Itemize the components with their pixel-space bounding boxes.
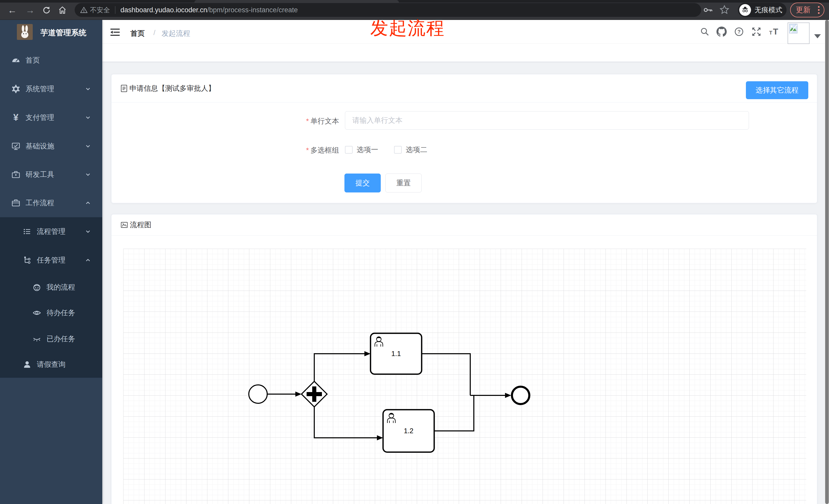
chevron-down-icon [85,115,91,121]
sidebar-item-label: 基础设施 [26,141,54,151]
chevron-down-icon [85,86,91,92]
sidebar-item-home[interactable]: 首页 [0,46,102,75]
chevron-down-icon [85,229,91,235]
field-label-single-text: 单行文本 [262,116,339,126]
sidebar-item-done-tasks[interactable]: 已办任务 [0,325,102,352]
incognito-icon [739,4,751,16]
task2-label: 1.2 [404,427,413,435]
svg-text:?: ? [737,29,741,35]
sidebar-item-label: 首页 [26,55,40,65]
browser-menu-icon[interactable] [818,6,820,14]
bpmn-end-event [512,387,529,404]
sidebar-item-task-management[interactable]: 任务管理 [0,246,102,274]
chevron-up-icon [85,200,91,206]
reset-button[interactable]: 重置 [385,173,422,192]
sidebar-item-process-management[interactable]: 流程管理 [0,217,102,246]
checkbox-icon [394,146,402,154]
sidebar-item-label: 流程管理 [37,227,66,236]
sidebar-item-label: 支付管理 [26,113,54,122]
sidebar-item-label: 系统管理 [26,84,54,94]
sidebar-item-label: 待办任务 [46,308,75,318]
checkbox-option-1[interactable]: 选项一 [345,145,378,155]
sidebar-item-workflow[interactable]: 工作流程 [0,189,102,217]
fullscreen-icon[interactable] [751,27,761,37]
browser-reload-button[interactable] [40,4,53,17]
dashboard-icon [11,56,21,65]
flow-gateway-to-task2 [314,407,377,438]
submit-button[interactable]: 提交 [345,173,381,192]
home-icon [58,6,67,14]
sidebar-item-system[interactable]: 系统管理 [0,75,102,103]
tree-list-icon [23,227,32,236]
flow-gateway-to-task1 [314,354,365,381]
incognito-label: 无痕模式 [755,5,782,14]
process-diagram-title: 流程图 [130,220,151,230]
picture-icon [121,222,128,228]
breadcrumb-separator: / [153,29,155,37]
yen-icon: ¥ [11,113,21,122]
process-diagram-card: 流程图 [111,214,817,504]
sidebar-item-label: 已办任务 [46,334,75,344]
header-search-icon[interactable] [699,27,710,37]
url-text: dashboard.yudao.iocoder.cn/bpm/process-i… [120,6,298,14]
sidebar: 芋道管理系统 首页 系统管理 ¥ 支付管理 基础设施 研发工具 [0,20,102,504]
breadcrumb-home[interactable]: 首页 [131,29,145,38]
avatar[interactable] [788,23,809,44]
sidebar-item-label: 请假查询 [37,360,66,369]
not-secure-warning-icon [80,7,87,13]
flow-icon [23,256,32,265]
password-key-icon[interactable] [703,5,713,15]
sidebar-item-label: 研发工具 [26,170,54,180]
process-diagram-card-header: 流程图 [111,215,817,236]
task1-label: 1.1 [391,350,401,357]
browser-back-button[interactable]: ← [6,4,19,17]
eye-off-icon [32,334,41,344]
sidebar-item-todo-tasks[interactable]: 待办任务 [0,300,102,326]
browser-forward-button[interactable]: → [24,4,37,17]
gear-icon [11,84,21,93]
document-icon [121,85,127,92]
checkbox-label: 选项二 [406,145,427,155]
screen: ← → 不安全 dashboard.yudao.iocoder.cn/bpm/p… [0,0,829,504]
arrowhead [505,393,511,398]
svg-text:T: T [769,30,772,36]
flow-task2-out [434,396,474,431]
arrowhead [364,351,370,356]
chevron-up-icon [85,257,91,263]
url-bar[interactable]: 不安全 dashboard.yudao.iocoder.cn/bpm/proce… [75,3,701,17]
sidebar-item-infrastructure[interactable]: 基础设施 [0,132,102,160]
flow-task1-out [422,354,470,395]
choose-other-process-button[interactable]: 选择其它流程 [746,81,808,99]
bpmn-user-task-2: 1.2 [383,410,434,452]
browser-update-button[interactable]: 更新 [790,3,824,17]
single-text-input[interactable] [345,111,749,129]
avatar-dropdown-caret[interactable] [814,34,821,38]
font-size-icon[interactable]: TT [769,27,779,37]
security-label: 不安全 [90,6,110,14]
tags-view-bar [102,43,829,62]
browser-home-button[interactable] [56,4,69,17]
checkbox-option-2[interactable]: 选项二 [394,145,427,155]
help-icon[interactable]: ? [734,27,744,37]
app-logo-row[interactable]: 芋道管理系统 [0,20,102,45]
bookmark-star-icon[interactable] [720,5,729,15]
sidebar-item-payment[interactable]: ¥ 支付管理 [0,103,102,132]
browser-active-tab[interactable] [194,0,399,3]
page-scrollbar-thumb[interactable] [825,20,829,504]
breadcrumb-current: 发起流程 [161,29,190,38]
github-icon[interactable] [717,27,727,37]
sidebar-item-leave-query[interactable]: 请假查询 [0,351,102,378]
sidebar-collapse-icon[interactable] [110,28,120,36]
sidebar-item-my-process[interactable]: 我的流程 [0,274,102,301]
url-domain: dashboard.yudao.iocoder.cn [120,6,207,14]
bpmn-parallel-gateway [301,381,327,407]
face-icon [32,283,41,292]
url-divider [115,6,115,14]
user-icon [23,360,32,369]
checkbox-group: 选项一 选项二 [345,145,443,155]
sidebar-item-dev-tools[interactable]: 研发工具 [0,160,102,189]
broken-image-icon [788,23,799,34]
bpmn-user-task-1: 1.1 [370,333,422,374]
apply-info-card-header: 申请信息【测试多审批人】 选择其它流程 [111,74,817,103]
app-logo [17,24,33,40]
